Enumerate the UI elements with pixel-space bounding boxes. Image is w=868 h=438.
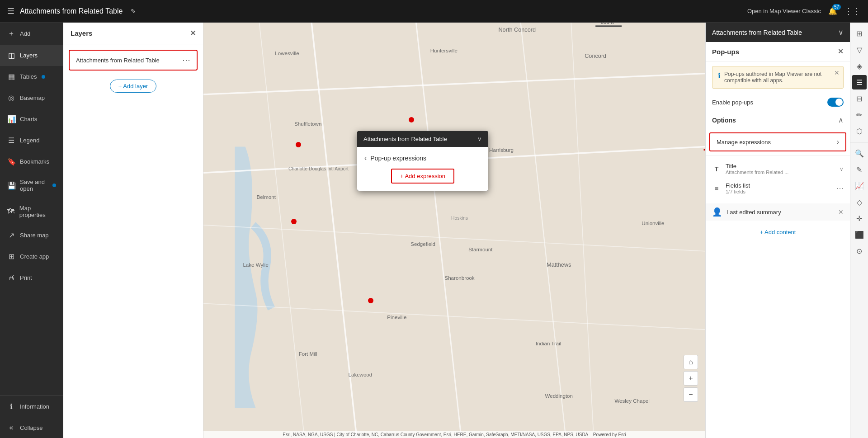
- tables-icon: ▦: [7, 72, 15, 81]
- content-item-fields[interactable]: ≡ Fields list 1/7 fields ⋯: [706, 179, 850, 198]
- home-button[interactable]: ⌂: [684, 355, 698, 369]
- sidebar-item-legend-label: Legend: [20, 137, 39, 144]
- right-panel: Attachments from Related Table ∨ Pop-ups…: [705, 23, 850, 438]
- sidebar-item-layers-label: Layers: [20, 52, 38, 59]
- rt-locate-btn[interactable]: ✛: [852, 211, 867, 226]
- popup-expressions-title: Pop-up expressions: [370, 155, 426, 162]
- svg-text:Sharonbrook: Sharonbrook: [445, 275, 475, 281]
- svg-text:Lake Wylie: Lake Wylie: [243, 262, 268, 268]
- map-dot-3: [291, 219, 297, 224]
- sidebar-item-collapse[interactable]: « Collapse: [0, 417, 63, 438]
- tables-dot: [42, 75, 45, 79]
- rt-diamond-btn[interactable]: ◇: [852, 195, 867, 209]
- save-dot: [52, 184, 56, 187]
- warning-close-icon[interactable]: ✕: [834, 69, 840, 76]
- add-content-button[interactable]: + Add content: [753, 226, 803, 238]
- svg-text:693 ft: 693 ft: [601, 23, 614, 25]
- rt-style-btn[interactable]: ◈: [852, 59, 867, 73]
- sidebar-item-basemap[interactable]: ◎ Basemap: [0, 87, 63, 108]
- enable-popups-row: Enable pop-ups: [706, 93, 850, 111]
- content-item-title-left: T Title Attachments from Related ...: [712, 163, 788, 175]
- content-section: T Title Attachments from Related ... ∨ ≡…: [706, 155, 850, 202]
- sidebar-item-print[interactable]: 🖨 Print: [0, 267, 63, 288]
- sidebar-item-add-label: Add: [20, 30, 30, 37]
- notification-button[interactable]: 🔔 57: [828, 7, 837, 15]
- map-dot-2: [296, 142, 301, 147]
- right-panel-chevron-icon[interactable]: ∨: [838, 28, 844, 37]
- save-icon: 💾: [7, 181, 15, 190]
- share-icon: ↗: [7, 231, 15, 240]
- layers-icon: ◫: [7, 51, 15, 60]
- layer-item-more-icon[interactable]: ⋯: [182, 55, 190, 65]
- map-dot-4: [368, 298, 373, 303]
- svg-text:Concord: Concord: [585, 52, 606, 59]
- map-area[interactable]: North Concord Concord Lowesville Hunters…: [203, 23, 705, 438]
- sidebar-item-create-app[interactable]: ⊞ Create app: [0, 246, 63, 267]
- rt-edit-btn[interactable]: ✏: [852, 108, 867, 122]
- add-layer-button[interactable]: + Add layer: [110, 80, 156, 93]
- last-edited-close-icon[interactable]: ✕: [838, 208, 844, 216]
- sidebar-item-tables[interactable]: ▦ Tables: [0, 66, 63, 87]
- map-popup-chevron-icon[interactable]: ∨: [477, 136, 482, 142]
- zoom-in-button[interactable]: +: [684, 371, 698, 386]
- warning-text: Pop-ups authored in Map Viewer are not c…: [724, 71, 838, 84]
- sidebar-item-share[interactable]: ↗ Share map: [0, 225, 63, 246]
- title-item-chevron-icon: ∨: [840, 166, 844, 172]
- basemap-icon: ◎: [7, 94, 15, 102]
- zoom-out-button[interactable]: −: [684, 387, 698, 402]
- open-classic-link[interactable]: Open in Map Viewer Classic: [747, 8, 821, 14]
- sidebar-item-layers[interactable]: ◫ Layers: [0, 45, 63, 66]
- add-expression-button[interactable]: + Add expression: [391, 169, 454, 184]
- map-properties-icon: 🗺: [7, 207, 15, 216]
- rt-properties-btn[interactable]: ⊞: [852, 26, 867, 41]
- right-toolbar: ⊞ ▽ ◈ ☰ ⊟ ✏ ⬡ 🔍 ✎ 📈 ◇ ✛ ⬛ ⊙: [850, 23, 868, 438]
- rt-sketch-btn[interactable]: ✎: [852, 162, 867, 177]
- layer-item[interactable]: Attachments from Related Table ⋯: [69, 50, 198, 71]
- popup-back-icon[interactable]: ‹: [364, 154, 367, 162]
- rt-edit2-btn[interactable]: ⬛: [852, 227, 867, 242]
- rt-time-btn[interactable]: ⊙: [852, 244, 867, 258]
- menu-icon[interactable]: ☰: [7, 6, 14, 16]
- popups-close-icon[interactable]: ✕: [838, 47, 844, 56]
- edit-title-icon[interactable]: ✎: [131, 8, 136, 15]
- content-item-title[interactable]: T Title Attachments from Related ... ∨: [706, 159, 850, 179]
- svg-text:Belmont: Belmont: [257, 194, 276, 200]
- sidebar-item-bookmarks[interactable]: 🔖 Bookmarks: [0, 151, 63, 172]
- rt-analysis-btn[interactable]: ⬡: [852, 124, 867, 138]
- svg-text:Weddington: Weddington: [545, 393, 573, 399]
- manage-expressions-label: Manage expressions: [717, 139, 771, 146]
- sidebar-item-map-properties[interactable]: 🗺 Map properties: [0, 198, 63, 225]
- layer-item-name: Attachments from Related Table: [76, 57, 182, 64]
- sidebar-item-information[interactable]: ℹ Information: [0, 396, 63, 417]
- layers-panel-header: Layers ✕: [63, 23, 203, 44]
- add-content-label: + Add content: [760, 229, 796, 235]
- add-expression-label: + Add expression: [400, 173, 445, 179]
- enable-popups-toggle[interactable]: [827, 98, 844, 107]
- popup-nav: ‹ Pop-up expressions: [364, 154, 481, 162]
- content-item-title-right: ∨: [840, 166, 844, 172]
- sidebar-item-charts-label: Charts: [20, 116, 37, 122]
- rt-table-btn[interactable]: ⊟: [852, 91, 867, 106]
- last-edited-row: 👤 Last edited summary ✕: [706, 203, 850, 221]
- sidebar-item-bookmarks-label: Bookmarks: [20, 158, 49, 165]
- options-header[interactable]: Options ∧: [706, 111, 850, 129]
- bookmarks-icon: 🔖: [7, 157, 15, 166]
- sidebar-item-add[interactable]: ＋ Add: [0, 23, 63, 45]
- sidebar-item-print-label: Print: [20, 274, 32, 281]
- sidebar-item-tables-label: Tables: [20, 73, 37, 80]
- add-layer-label: + Add layer: [118, 83, 148, 89]
- rt-filter-btn[interactable]: ▽: [852, 42, 867, 57]
- rt-search-btn[interactable]: 🔍: [852, 146, 867, 160]
- map-background: North Concord Concord Lowesville Hunters…: [203, 23, 705, 438]
- rt-popup-btn[interactable]: ☰: [852, 75, 867, 89]
- grid-menu-icon[interactable]: ⋮⋮: [844, 6, 861, 16]
- sidebar-item-save[interactable]: 💾 Save and open: [0, 172, 63, 198]
- layers-panel-close-icon[interactable]: ✕: [190, 29, 196, 38]
- sidebar-item-charts[interactable]: 📊 Charts: [0, 108, 63, 130]
- sidebar-item-map-properties-label: Map properties: [19, 205, 56, 218]
- popups-section: Pop-ups ✕: [706, 42, 850, 61]
- rt-chart-btn[interactable]: 📈: [852, 179, 867, 193]
- fields-item-more-icon[interactable]: ⋯: [836, 184, 844, 193]
- sidebar-item-legend[interactable]: ☰ Legend: [0, 130, 63, 151]
- manage-expressions-row[interactable]: Manage expressions ›: [709, 132, 846, 151]
